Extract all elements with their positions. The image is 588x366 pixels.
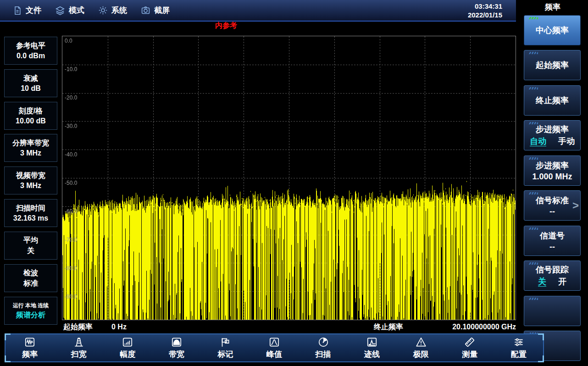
menu-mode-label: 模式 xyxy=(69,5,84,16)
vbw-value: 3 MHz xyxy=(20,182,41,190)
y-tick: -40.0 xyxy=(65,151,77,158)
button-corner-icon xyxy=(529,298,538,300)
toolbar-corner-icon xyxy=(538,355,544,362)
signal-standard-button[interactable]: 信号标准 -- > xyxy=(524,190,581,221)
y-tick: 0.0 xyxy=(65,38,72,44)
channel-number-button[interactable]: 信道号 -- xyxy=(524,226,581,256)
channel-number-value: -- xyxy=(549,242,555,252)
clock-date: 2022/01/15 xyxy=(468,11,502,19)
toolbar-peak[interactable]: 峰值 xyxy=(250,334,299,361)
ref-level-box[interactable]: 参考电平 0.0 dBm xyxy=(4,37,57,65)
start-frequency-button[interactable]: 起始频率 xyxy=(524,50,581,80)
menu-screenshot-label: 截屏 xyxy=(154,5,170,16)
channel-number-label: 信道号 xyxy=(540,230,565,241)
toolbar-measure[interactable]: 测量 xyxy=(445,334,494,361)
step-frequency-mode-button[interactable]: 步进频率 自动 手动 xyxy=(524,120,581,150)
vbw-box[interactable]: 视频带宽 3 MHz xyxy=(4,166,57,194)
button-corner-icon xyxy=(529,227,538,230)
scale-div-box[interactable]: 刻度/格 10.00 dB xyxy=(4,102,57,130)
signal-track-on-option[interactable]: 开 xyxy=(558,276,566,287)
toolbar-trace[interactable]: 迹线 xyxy=(348,334,397,361)
attenuation-value: 10 dB xyxy=(21,84,41,93)
vbw-label: 视频带宽 xyxy=(16,171,45,181)
center-frequency-button[interactable]: 中心频率 xyxy=(524,15,581,45)
y-tick: -30.0 xyxy=(65,123,77,129)
step-manual-option[interactable]: 手动 xyxy=(558,136,575,147)
signal-standard-label: 信号标准 xyxy=(536,195,569,206)
config-icon xyxy=(513,336,525,348)
toolbar-frequency-label: 频率 xyxy=(22,349,38,360)
button-corner-icon xyxy=(529,262,538,265)
sweep-time-box[interactable]: 扫描时间 32.163 ms xyxy=(4,199,57,227)
toolbar-sweep[interactable]: 扫描 xyxy=(299,334,348,361)
file-icon xyxy=(13,6,22,15)
start-frequency-button-label: 起始频率 xyxy=(536,60,569,71)
ref-level-label: 参考电平 xyxy=(16,41,45,51)
menu-file-label: 文件 xyxy=(26,5,41,16)
average-value: 关 xyxy=(27,246,34,256)
stop-frequency-button[interactable]: 终止频率 xyxy=(524,85,581,116)
spectrum-plot: 0.0 -10.0 -20.0 -30.0 -40.0 -50.0 -60.0 … xyxy=(62,36,516,320)
run-state-box: 运行 本地 连续 频谱分析 xyxy=(4,297,57,325)
bottom-toolbar: 频率 扫宽 幅度 带宽 标记 峰值 扫描 迹线 xyxy=(5,333,544,362)
frequency-icon xyxy=(24,336,36,348)
rbw-box[interactable]: 分辨率带宽 3 MHz xyxy=(4,134,57,162)
layers-icon xyxy=(55,6,65,16)
toolbar-frequency[interactable]: 频率 xyxy=(6,334,55,361)
peak-icon xyxy=(268,336,280,348)
center-frequency-label: 中心频率 xyxy=(536,25,569,36)
detector-label: 检波 xyxy=(23,268,38,278)
button-corner-icon xyxy=(529,192,538,194)
toolbar-marker[interactable]: 标记 xyxy=(201,334,250,361)
active-indicator-icon xyxy=(529,17,538,19)
analysis-mode-value: 频谱分析 xyxy=(16,311,45,320)
toolbar-span-label: 扫宽 xyxy=(71,349,87,360)
toolbar-corner-icon xyxy=(538,333,544,340)
y-tick: -50.0 xyxy=(65,180,77,186)
menu-screenshot[interactable]: 截屏 xyxy=(141,5,170,16)
bandwidth-icon xyxy=(171,336,183,348)
attenuation-label: 衰减 xyxy=(23,74,38,83)
chevron-right-icon: > xyxy=(572,199,579,212)
toolbar-trace-label: 迹线 xyxy=(364,349,380,360)
stop-frequency-value: 20.100000000 GHz xyxy=(452,321,516,333)
average-box[interactable]: 平均 关 xyxy=(4,232,57,260)
y-tick: -80.0 xyxy=(65,265,77,272)
toolbar-span[interactable]: 扫宽 xyxy=(55,334,104,361)
detector-box[interactable]: 检波 标准 xyxy=(4,264,57,292)
screenshot-icon xyxy=(141,6,150,15)
spectrum-canvas xyxy=(62,36,516,320)
toolbar-config[interactable]: 配置 xyxy=(494,334,543,361)
signal-track-button[interactable]: 信号跟踪 关 开 xyxy=(524,261,581,291)
step-frequency-value-button[interactable]: 步进频率 1.000 MHz xyxy=(524,155,581,186)
start-frequency-value: 0 Hz xyxy=(111,321,127,333)
sweep-time-label: 扫描时间 xyxy=(16,204,45,213)
step-frequency-mode-label: 步进频率 xyxy=(536,124,569,135)
gear-icon xyxy=(98,6,108,15)
toolbar-bandwidth[interactable]: 带宽 xyxy=(152,334,201,361)
menu-mode[interactable]: 模式 xyxy=(55,5,84,16)
span-icon xyxy=(73,336,85,348)
y-tick: -20.0 xyxy=(65,94,77,101)
menu-system[interactable]: 系统 xyxy=(98,5,127,16)
toolbar-measure-label: 测量 xyxy=(462,349,477,360)
toolbar-limit[interactable]: 极限 xyxy=(396,334,445,361)
stop-frequency-label: 终止频率 xyxy=(374,321,403,333)
signal-track-off-option[interactable]: 关 xyxy=(538,276,546,287)
amplitude-icon xyxy=(122,336,133,348)
y-tick: -10.0 xyxy=(65,66,77,72)
blank-softkey-button[interactable] xyxy=(524,296,581,326)
menu-system-label: 系统 xyxy=(111,5,127,16)
scale-div-label: 刻度/格 xyxy=(19,106,43,116)
limit-icon xyxy=(415,336,427,348)
detector-value: 标准 xyxy=(23,279,38,288)
step-frequency-value-label: 步进频率 xyxy=(536,160,569,171)
menu-file[interactable]: 文件 xyxy=(13,5,41,16)
toolbar-corner-icon xyxy=(5,355,11,362)
average-label: 平均 xyxy=(23,236,38,245)
run-state-label: 运行 本地 连续 xyxy=(13,302,49,310)
toolbar-corner-icon xyxy=(5,333,11,340)
attenuation-box[interactable]: 衰减 10 dB xyxy=(4,69,57,97)
step-auto-option[interactable]: 自动 xyxy=(530,136,546,147)
toolbar-amplitude[interactable]: 幅度 xyxy=(103,334,152,361)
